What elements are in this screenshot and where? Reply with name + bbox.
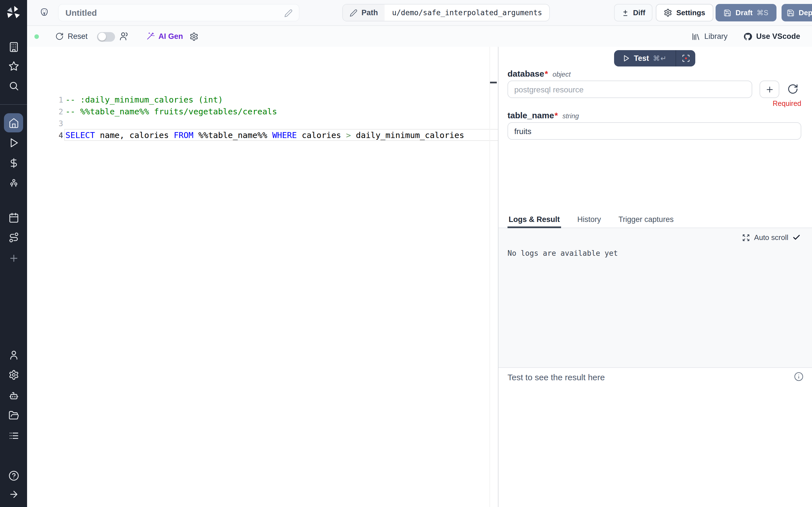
database-field-label: database* object <box>507 69 571 79</box>
arrow-right-icon <box>8 489 19 499</box>
deploy-label: Deploy <box>799 8 812 17</box>
sql-keyword: WHERE <box>272 131 297 140</box>
add-resource-button[interactable] <box>760 80 779 98</box>
refresh-resource-button[interactable] <box>787 83 799 95</box>
status-dot <box>35 34 39 39</box>
sidebar-item-add[interactable] <box>0 249 27 267</box>
draft-label: Draft <box>735 8 753 17</box>
test-shortcut: ⌘↵ <box>653 54 667 62</box>
use-vscode-label: Use VScode <box>756 32 800 41</box>
auto-scroll-label: Auto scroll <box>754 233 788 242</box>
tab-history[interactable]: History <box>576 212 602 228</box>
test-button[interactable]: Test ⌘↵ <box>614 50 695 66</box>
reset-button[interactable]: Reset <box>52 26 91 47</box>
sidebar-item-variables[interactable] <box>0 154 27 171</box>
use-vscode-button[interactable]: Use VScode <box>740 26 804 47</box>
ai-gen-button[interactable]: AI Gen <box>143 26 186 47</box>
settings-label: Settings <box>676 8 705 17</box>
line-number: 3 <box>51 118 63 129</box>
sql-text: daily_minimum_calories <box>351 131 464 140</box>
field-type: string <box>562 112 579 120</box>
dollar-icon <box>8 158 19 168</box>
github-icon <box>743 32 752 41</box>
postgresql-icon <box>39 7 50 18</box>
line-number: 1 <box>51 94 63 106</box>
sql-comment: -- %%table_name%% fruits/vegetables/cere… <box>65 107 277 116</box>
sidebar-item-folders[interactable] <box>0 407 27 424</box>
building-icon <box>8 41 19 52</box>
sidebar-item-settings[interactable] <box>0 366 27 383</box>
table-name-input[interactable] <box>507 122 801 140</box>
draft-button[interactable]: Draft ⌘S <box>716 4 776 21</box>
pencil-icon <box>350 9 357 17</box>
test-label: Test <box>634 54 649 62</box>
save-icon <box>787 9 795 17</box>
sql-comment: -- :daily_minimum_calories (int) <box>65 95 223 104</box>
sql-text: %%table_name%% <box>193 131 272 140</box>
required-hint: Required <box>699 100 801 108</box>
reset-label: Reset <box>68 32 88 41</box>
plus-icon <box>8 252 19 263</box>
users-icon[interactable] <box>119 26 129 47</box>
capture-icon[interactable] <box>676 50 695 66</box>
required-asterisk: * <box>555 110 558 120</box>
home-icon <box>8 117 19 128</box>
code-line-1: -- :daily_minimum_calories (int) <box>65 94 223 106</box>
path-value: u/demo/safe_interpolated_arguments <box>385 4 550 21</box>
windmill-logo-icon[interactable] <box>5 4 22 21</box>
sidebar-item-workers[interactable] <box>0 387 27 404</box>
logs-panel: Auto scroll No logs are available yet <box>499 228 812 367</box>
sql-keyword: SELECT <box>65 131 95 140</box>
tab-logs-result[interactable]: Logs & Result <box>507 212 561 228</box>
app-sidebar <box>0 0 27 507</box>
line-number: 2 <box>51 106 63 118</box>
database-input[interactable] <box>507 80 752 98</box>
code-editor[interactable]: 1 2 3 4 -- :daily_minimum_calories (int)… <box>27 47 498 507</box>
auto-scroll-toggle[interactable]: Auto scroll <box>739 233 804 242</box>
sidebar-item-resources[interactable] <box>0 175 27 191</box>
line-number-current: 4 <box>51 129 63 142</box>
tab-trigger-captures[interactable]: Trigger captures <box>617 212 675 228</box>
path-label-group: Path <box>343 4 385 21</box>
table-name-field-label: table_name* string <box>507 110 579 121</box>
overview-ruler-mark <box>490 82 497 83</box>
editor-scrollbar-track[interactable] <box>490 47 490 507</box>
sidebar-item-audit-logs[interactable] <box>0 427 27 444</box>
sidebar-item-favorites[interactable] <box>0 57 27 74</box>
star-icon <box>8 61 19 71</box>
field-type: object <box>553 70 571 78</box>
path-label: Path <box>361 8 378 17</box>
plus-icon <box>765 85 774 94</box>
sidebar-divider <box>0 104 27 105</box>
editor-toolbar: Reset AI Gen Library Use VScode <box>27 26 812 47</box>
diff-button[interactable]: Diff <box>614 4 652 21</box>
required-asterisk: * <box>545 69 548 78</box>
sidebar-item-account[interactable] <box>0 346 27 363</box>
sql-text: calories <box>297 131 346 140</box>
library-button[interactable]: Library <box>688 26 731 47</box>
script-title: Untitled <box>65 8 97 17</box>
play-icon <box>8 137 19 148</box>
sidebar-item-help[interactable] <box>0 467 27 484</box>
sidebar-item-search[interactable] <box>0 77 27 94</box>
sidebar-item-workspace[interactable] <box>0 38 27 55</box>
collab-toggle[interactable] <box>97 32 115 41</box>
test-button-main: Test ⌘↵ <box>614 50 675 66</box>
sidebar-item-home[interactable] <box>4 113 23 132</box>
script-title-field[interactable]: Untitled <box>58 4 299 21</box>
sidebar-collapse-toggle[interactable] <box>0 486 27 503</box>
sidebar-item-runs[interactable] <box>0 134 27 151</box>
deploy-button[interactable]: Deploy <box>781 4 812 21</box>
info-icon[interactable] <box>794 372 804 381</box>
code-line-4: SELECT name, calories FROM %%table_name%… <box>65 129 464 142</box>
field-name: database <box>507 69 544 78</box>
sidebar-item-schedules[interactable] <box>0 209 27 226</box>
refresh-icon <box>787 83 799 95</box>
editor-settings-icon[interactable] <box>190 26 199 47</box>
sidebar-item-flows[interactable] <box>0 229 27 245</box>
path-field[interactable]: Path u/demo/safe_interpolated_arguments <box>342 4 550 21</box>
settings-button[interactable]: Settings <box>656 4 713 21</box>
pencil-icon[interactable] <box>284 9 293 17</box>
search-icon <box>8 80 19 91</box>
folder-open-icon <box>8 410 19 420</box>
